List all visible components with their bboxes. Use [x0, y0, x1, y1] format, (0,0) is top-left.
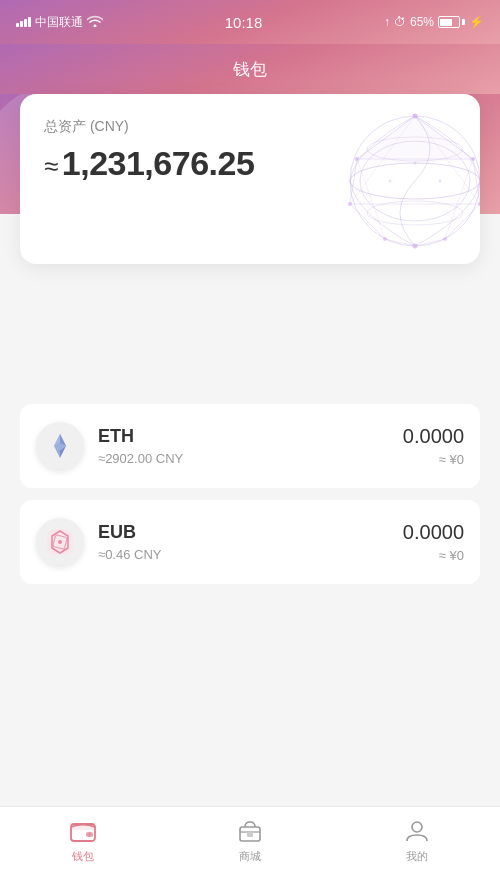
token-balance-eth: 0.0000 ≈ ¥0 [403, 425, 464, 467]
page-header: 钱包 [0, 44, 500, 94]
token-balance-eub: 0.0000 ≈ ¥0 [403, 521, 464, 563]
sphere-decoration [325, 99, 480, 259]
token-item-eth[interactable]: ETH ≈2902.00 CNY 0.0000 ≈ ¥0 [20, 404, 480, 488]
battery-label: 65% [410, 15, 434, 29]
svg-line-10 [350, 204, 385, 239]
token-amount-eth: 0.0000 [403, 425, 464, 448]
status-left: 中国联通 [16, 14, 103, 31]
page-title: 钱包 [233, 58, 267, 81]
location-icon: ↑ [384, 15, 390, 29]
token-list: ETH ≈2902.00 CNY 0.0000 ≈ ¥0 [0, 404, 500, 584]
wallet-card-container: 总资产 (CNY) ≈1,231,676.25 [20, 94, 480, 264]
token-name-eub: EUB [98, 522, 403, 543]
nav-item-profile[interactable]: 我的 [333, 817, 500, 864]
battery-icon [438, 16, 465, 28]
token-icon-eub [36, 518, 84, 566]
svg-line-16 [357, 159, 385, 239]
signal-icon [16, 17, 31, 27]
token-info-eth: ETH ≈2902.00 CNY [98, 426, 403, 466]
svg-rect-48 [247, 832, 253, 837]
shop-nav-label: 商城 [239, 849, 261, 864]
token-info-eub: EUB ≈0.46 CNY [98, 522, 403, 562]
bottom-nav: 钱包 商城 我的 [0, 806, 500, 889]
token-cny-eub: ≈ ¥0 [403, 548, 464, 563]
svg-point-41 [58, 540, 62, 544]
status-bar: 中国联通 10:18 ↑ ⏱ 65% ⚡ [0, 0, 500, 44]
svg-point-29 [389, 180, 392, 183]
wallet-card[interactable]: 总资产 (CNY) ≈1,231,676.25 [20, 94, 480, 264]
token-name-eth: ETH [98, 426, 403, 447]
wallet-nav-icon [69, 817, 97, 845]
time-label: 10:18 [225, 14, 263, 31]
wifi-icon [87, 15, 103, 30]
token-icon-eth [36, 422, 84, 470]
svg-point-26 [413, 244, 418, 249]
svg-point-28 [439, 180, 442, 183]
svg-line-9 [445, 204, 480, 239]
token-price-eub: ≈0.46 CNY [98, 547, 403, 562]
carrier-label: 中国联通 [35, 14, 83, 31]
token-price-eth: ≈2902.00 CNY [98, 451, 403, 466]
shop-nav-icon [236, 817, 264, 845]
token-amount-eub: 0.0000 [403, 521, 464, 544]
nav-item-wallet[interactable]: 钱包 [0, 817, 167, 864]
token-item-eub[interactable]: EUB ≈0.46 CNY 0.0000 ≈ ¥0 [20, 500, 480, 584]
nav-item-shop[interactable]: 商城 [167, 817, 334, 864]
content-area: ETH ≈2902.00 CNY 0.0000 ≈ ¥0 [0, 344, 500, 584]
svg-point-49 [412, 822, 422, 832]
svg-point-25 [383, 237, 387, 241]
profile-nav-icon [403, 817, 431, 845]
wallet-nav-label: 钱包 [72, 849, 94, 864]
svg-point-24 [443, 237, 447, 241]
svg-line-11 [415, 239, 445, 246]
profile-nav-label: 我的 [406, 849, 428, 864]
status-right: ↑ ⏱ 65% ⚡ [384, 15, 484, 29]
token-cny-eth: ≈ ¥0 [403, 452, 464, 467]
approx-symbol: ≈ [44, 151, 58, 181]
svg-line-15 [445, 159, 473, 239]
charging-icon: ⚡ [469, 15, 484, 29]
svg-point-23 [348, 202, 352, 206]
clock-icon: ⏱ [394, 15, 406, 29]
svg-point-45 [89, 834, 91, 836]
